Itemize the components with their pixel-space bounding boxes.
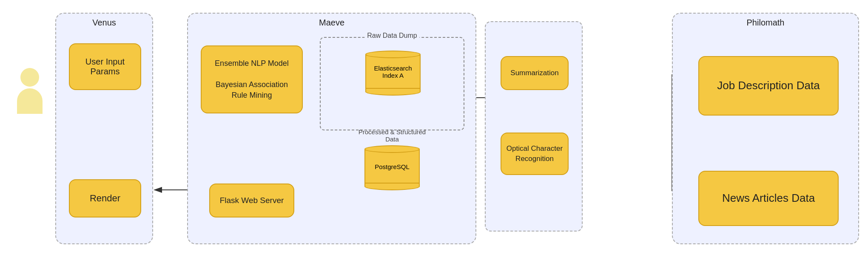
diagram-container: Venus User InputParams Render Maeve Ense… [0, 0, 868, 257]
processed-data-label: Processed & StructuredData [335, 128, 450, 143]
summarization-box: Summarization [501, 56, 569, 90]
person-icon [13, 68, 47, 119]
flask-server-box: Flask Web Server [209, 184, 294, 217]
maeve-title: Maeve [319, 18, 344, 28]
venus-title: Venus [92, 18, 116, 28]
postgresql-db: PostgreSQL [364, 145, 420, 190]
nlp-model-box: Ensemble NLP ModelBayesian AssociationRu… [201, 45, 303, 113]
elasticsearch-db: ElasticsearchIndex A [365, 51, 421, 96]
news-articles-box: News Articles Data [698, 171, 839, 226]
person-head [20, 68, 39, 87]
user-input-box: User InputParams [69, 43, 141, 90]
raw-data-label: Raw Data Dump [364, 32, 419, 40]
job-description-box: Job Description Data [698, 56, 839, 116]
maeve-section: Maeve Ensemble NLP ModelBayesian Associa… [187, 13, 476, 244]
raw-data-dump-box: Raw Data Dump ElasticsearchIndex A [320, 37, 464, 130]
philomath-section: Philomath Job Description Data News Arti… [672, 13, 859, 244]
philomath-inner-section: Summarization Optical CharacterRecogniti… [485, 21, 583, 232]
philomath-title: Philomath [747, 18, 785, 28]
ocr-box: Optical CharacterRecognition [501, 133, 569, 175]
render-box: Render [69, 179, 141, 217]
person-body [17, 88, 43, 114]
venus-section: Venus User InputParams Render [55, 13, 153, 244]
